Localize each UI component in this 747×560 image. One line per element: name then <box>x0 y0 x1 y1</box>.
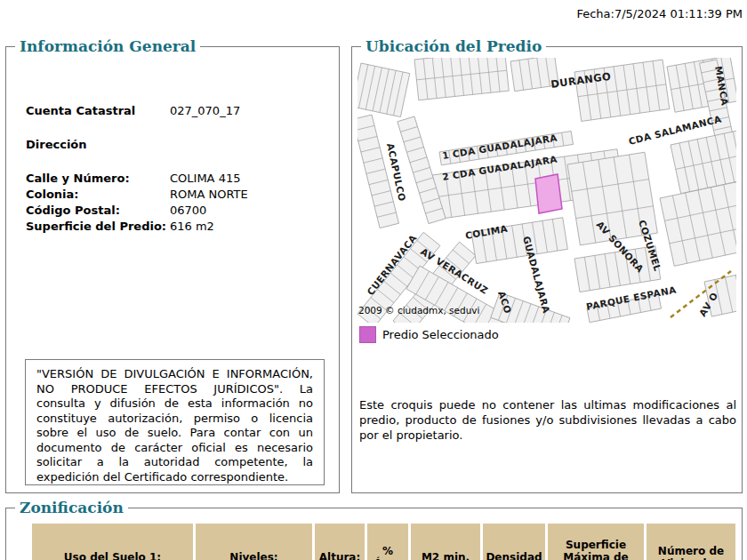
zoning-column-header: Niveles: <box>196 524 312 560</box>
report-date: Fecha:7/5/2024 01:11:39 PM <box>576 7 743 20</box>
general-info-title: Información General <box>15 37 200 55</box>
zoning-table: Uso del Suelo 1:Niveles:Altura:% ÁreaM2 … <box>29 521 738 560</box>
cadastral-account-row: Cuenta Catastral 027_070_17 <box>6 103 339 119</box>
map-copyright: 2009 © ciudadmx, seduvi <box>358 305 480 316</box>
selected-parcel-swatch <box>359 326 376 343</box>
zoning-title: Zonificación <box>15 499 128 516</box>
field-label: Colonia: <box>26 187 170 203</box>
cadastral-report-page: { "header": { "date_label": "Fecha:7/5/2… <box>0 0 747 560</box>
address-field-row: Calle y Número:COLIMA 415 <box>6 171 339 187</box>
address-fields: Calle y Número:COLIMA 415Colonia:ROMA NO… <box>6 171 339 235</box>
field-value: ROMA NORTE <box>170 187 248 203</box>
property-location-panel: Ubicación del Predio DURANGOMANCACDA SAL… <box>351 46 743 493</box>
address-field-row: Colonia:ROMA NORTE <box>6 187 339 203</box>
field-value: 06700 <box>170 203 206 219</box>
zoning-column-header: % Área <box>367 524 408 560</box>
cadastral-account-label: Cuenta Catastral <box>26 103 170 119</box>
field-value: 616 m2 <box>170 219 214 235</box>
zoning-column-header: Superficie Máxima de Construcción <box>548 524 644 560</box>
field-label: Superficie del Predio: <box>26 219 170 235</box>
zoning-column-header: M2 min. <box>411 524 480 560</box>
zoning-header-row: Uso del Suelo 1:Niveles:Altura:% ÁreaM2 … <box>32 524 735 560</box>
selected-parcel-highlight <box>535 174 562 213</box>
field-label: Calle y Número: <box>26 171 170 187</box>
zoning-column-header: Altura: <box>315 524 365 560</box>
address-heading: Dirección <box>6 137 339 153</box>
croquis-map: DURANGOMANCACDA SALAMANCA1 CDA GUADALAJA… <box>357 58 736 323</box>
zoning-column-header: Densidad <box>483 524 545 560</box>
field-value: COLIMA 415 <box>170 171 240 187</box>
general-info-panel: Información General Cuenta Catastral 027… <box>5 46 340 493</box>
zoning-column-header: Número de Viviendas <box>647 524 735 560</box>
address-field-row: Código Postal:06700 <box>6 203 339 219</box>
croquis-note: Este croquis puede no contener las ultim… <box>359 397 736 443</box>
address-field-row: Superficie del Predio:616 m2 <box>6 219 339 235</box>
zoning-panel: Zonificación Uso del Suelo 1:Niveles:Alt… <box>5 508 743 560</box>
cadastral-account-value: 027_070_17 <box>170 103 240 119</box>
selected-parcel-label: Predio Seleccionado <box>382 328 499 341</box>
zoning-column-header: Uso del Suelo 1: <box>32 524 193 560</box>
field-label: Código Postal: <box>26 203 170 219</box>
legal-disclaimer-box: "VERSIÓN DE DIVULGACIÓN E INFORMACIÓN, N… <box>25 359 325 485</box>
property-location-title: Ubicación del Predio <box>361 37 546 55</box>
map-legend: Predio Seleccionado <box>359 326 499 343</box>
